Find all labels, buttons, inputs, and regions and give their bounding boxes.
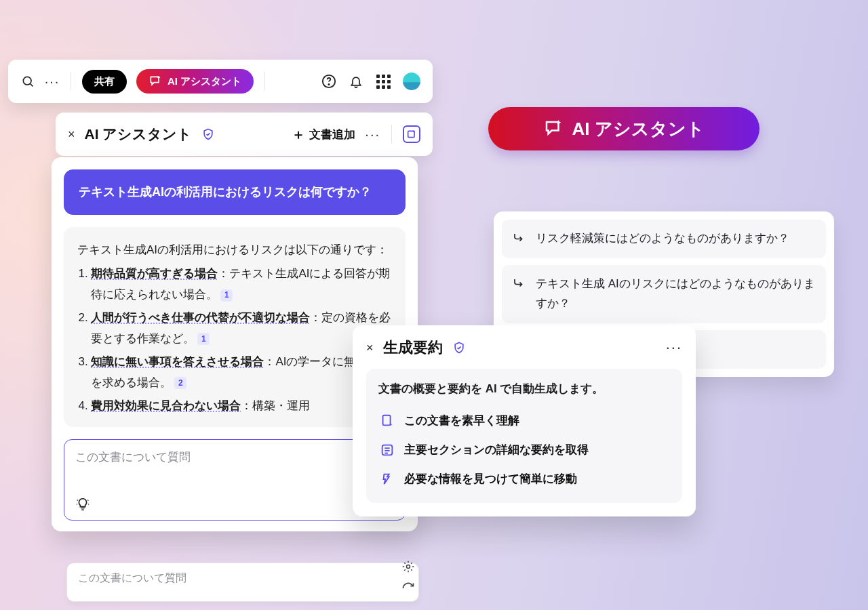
chat-input-secondary[interactable]: この文書について質問 — [66, 563, 419, 602]
reply-arrow-icon — [513, 277, 526, 289]
more-icon[interactable]: ··· — [365, 127, 380, 142]
document-sparkle-icon — [380, 413, 395, 428]
summary-lead: 文書の概要と要約を AI で自動生成します。 — [378, 381, 670, 396]
summary-body: 文書の概要と要約を AI で自動生成します。 この文書を素早く理解 主要セクショ… — [366, 369, 682, 503]
ai-risk-list: 期待品質が高すぎる場合：テキスト生成AIによる回答が期待に応えられない場合。1 … — [77, 263, 392, 416]
navigate-icon — [380, 472, 395, 487]
summary-row[interactable]: この文書を素早く理解 — [378, 406, 670, 435]
help-icon[interactable] — [321, 74, 336, 89]
sparkle-icon[interactable] — [401, 560, 415, 573]
hero-label: AI アシスタント — [572, 117, 704, 141]
svg-line-1 — [31, 84, 33, 87]
separator — [71, 72, 71, 91]
svg-point-5 — [407, 565, 410, 569]
share-label: 共有 — [94, 75, 115, 88]
side-icons — [401, 560, 415, 595]
new-chat-icon[interactable] — [403, 125, 420, 143]
shield-icon — [452, 341, 466, 354]
svg-rect-4 — [408, 131, 414, 137]
svg-point-0 — [23, 77, 31, 85]
assistant-header: × AI アシスタント ＋ 文書追加 ··· — [56, 113, 433, 156]
bell-icon[interactable] — [349, 74, 363, 89]
lightbulb-icon[interactable] — [75, 497, 394, 512]
list-item: 知識に無い事項を答えさせる場合：AIの学ータに無い情報を求める場合。2 — [91, 351, 392, 394]
suggestion-text: テキスト生成 AIのリスクにはどのようなものがありますか？ — [536, 274, 815, 314]
list-item: 費用対効果に見合わない場合：構築・運用 — [91, 395, 392, 416]
input-placeholder: この文書について質問 — [75, 449, 394, 465]
share-button[interactable]: 共有 — [82, 70, 127, 94]
citation-badge[interactable]: 1 — [197, 333, 210, 345]
summary-row-label: 主要セクションの詳細な要約を取得 — [404, 442, 589, 458]
top-toolbar: ··· 共有 AI アシスタント — [8, 60, 433, 103]
summary-row[interactable]: 必要な情報を見つけて簡単に移動 — [378, 464, 670, 493]
hero-ai-badge: AI アシスタント — [488, 107, 760, 150]
list-item: 期待品質が高すぎる場合：テキスト生成AIによる回答が期待に応えられない場合。1 — [91, 263, 392, 306]
shield-icon — [201, 127, 215, 141]
more-icon[interactable]: ··· — [45, 74, 60, 89]
sections-icon — [380, 443, 395, 458]
add-doc-label: 文書追加 — [309, 127, 355, 142]
suggestion-text: リスク軽減策にはどのようなものがありますか？ — [536, 229, 789, 249]
add-document-button[interactable]: ＋ 文書追加 — [292, 125, 355, 144]
svg-rect-6 — [383, 415, 391, 425]
svg-point-3 — [328, 84, 329, 85]
separator — [264, 72, 265, 91]
suggestion-item[interactable]: テキスト生成 AIのリスクにはどのようなものがありますか？ — [502, 265, 826, 323]
avatar[interactable] — [403, 73, 420, 90]
close-icon[interactable]: × — [68, 127, 75, 142]
ai-assistant-pill[interactable]: AI アシスタント — [136, 69, 254, 94]
close-icon[interactable]: × — [366, 341, 374, 355]
refresh-icon[interactable] — [401, 582, 415, 595]
summary-row[interactable]: 主要セクションの詳細な要約を取得 — [378, 435, 670, 464]
user-message: テキスト生成AIの利活用におけるリスクは何ですか？ — [64, 169, 406, 215]
search-icon[interactable] — [20, 74, 35, 89]
separator — [391, 125, 392, 144]
suggestion-item[interactable]: リスク軽減策にはどのようなものがありますか？ — [502, 220, 826, 258]
apps-icon[interactable] — [376, 74, 391, 89]
summary-row-label: 必要な情報を見つけて簡単に移動 — [404, 471, 577, 487]
summary-row-label: この文書を素早く理解 — [404, 413, 519, 428]
list-item: 人間が行うべき仕事の代替が不適切な場合：定の資格を必要とする作業など。1 — [91, 307, 392, 350]
summary-popover: × 生成要約 ··· 文書の概要と要約を AI で自動生成します。 この文書を素… — [353, 325, 696, 516]
reply-arrow-icon — [513, 232, 526, 244]
ai-pill-label: AI アシスタント — [167, 75, 241, 88]
ai-intro: テキスト生成AIの利活用におけるリスクは以下の通りです： — [77, 239, 392, 260]
citation-badge[interactable]: 1 — [220, 289, 233, 302]
more-icon[interactable]: ··· — [666, 339, 682, 357]
assistant-title: AI アシスタント — [85, 125, 193, 144]
citation-badge[interactable]: 2 — [174, 377, 186, 389]
summary-title: 生成要約 — [383, 338, 443, 358]
